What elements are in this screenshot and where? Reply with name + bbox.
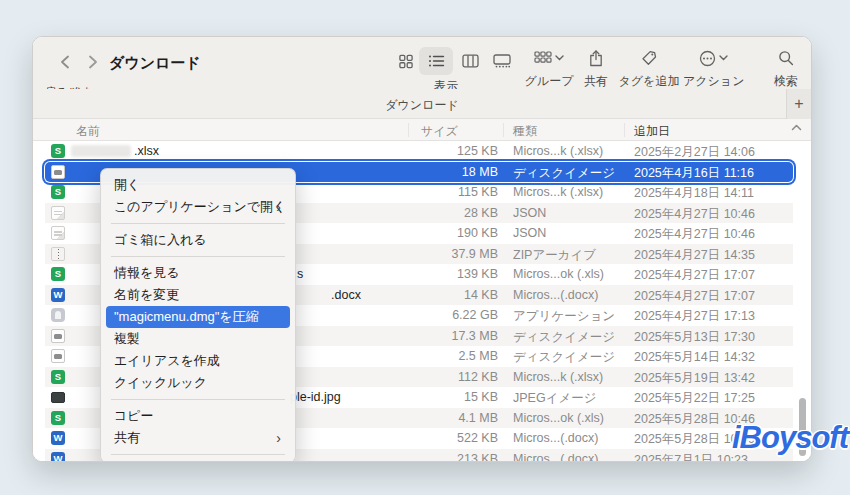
excel-file-icon: S (51, 144, 65, 158)
file-row[interactable]: S.xlsx125 KBMicros...k (.xlsx)2025年2月27日… (45, 141, 793, 162)
file-kind: Micros...k (.xlsx) (513, 144, 603, 158)
sort-ascending-icon[interactable] (791, 124, 802, 131)
file-kind: ディスクイメージ (513, 165, 615, 182)
share-button[interactable]: 共有 (578, 45, 614, 90)
file-kind: JPEGイメージ (513, 390, 597, 407)
menu-item[interactable]: 情報を見る (101, 262, 295, 284)
file-size: 190 KB (375, 226, 498, 240)
word-file-icon: W (51, 288, 65, 302)
file-kind: ディスクイメージ (513, 349, 615, 366)
menu-item[interactable]: ゴミ箱に入れる (101, 229, 295, 251)
file-size: 14 KB (375, 288, 498, 302)
column-header: 名前 サイズ 種類 追加日 (33, 119, 811, 141)
chevron-down-icon (719, 55, 728, 61)
file-kind: JSON (513, 206, 546, 220)
excel-file-icon: S (51, 370, 65, 384)
file-name: .docx (331, 288, 361, 302)
file-size: 6.22 GB (375, 308, 498, 322)
file-kind: JSON (513, 226, 546, 240)
group-label: グループ (520, 73, 578, 90)
json-file-icon (51, 226, 65, 240)
back-icon[interactable] (59, 55, 71, 69)
file-date-added: 2025年4月27日 17:07 (634, 267, 755, 284)
search-button[interactable]: 検索 (766, 45, 806, 90)
file-kind: Micros...k (.xlsx) (513, 185, 603, 199)
file-kind: Micros...ok (.xls) (513, 267, 604, 281)
forward-icon[interactable] (87, 55, 99, 69)
file-date-added: 2025年2月27日 14:06 (634, 144, 755, 161)
menu-item[interactable]: このアプリケーションで開く› (101, 196, 295, 218)
view-gallery-icon[interactable] (485, 47, 519, 75)
context-menu: 開くこのアプリケーションで開く›ゴミ箱に入れる情報を見る名前を変更"magicm… (100, 168, 296, 462)
file-size: 112 KB (375, 370, 498, 384)
file-date-added: 2025年7月1日 10:23 (634, 452, 748, 463)
menu-item[interactable]: クイックルック (101, 372, 295, 394)
action-button[interactable]: アクション (683, 45, 743, 90)
file-size: 115 KB (375, 185, 498, 199)
tag-icon (641, 50, 657, 66)
menu-item[interactable]: 開く (101, 174, 295, 196)
file-date-added: 2025年4月27日 17:07 (634, 288, 755, 305)
file-size: 522 KB (375, 431, 498, 445)
menu-item[interactable]: エイリアスを作成 (101, 350, 295, 372)
menu-item[interactable]: コピー (101, 405, 295, 427)
path-text: ダウンロード (33, 97, 811, 114)
search-icon (778, 50, 794, 66)
word-file-icon: W (51, 431, 65, 445)
file-date-added: 2025年5月13日 17:30 (634, 329, 755, 346)
menu-item[interactable]: 複製 (101, 328, 295, 350)
menu-item[interactable]: 名前を変更 (101, 284, 295, 306)
column-size[interactable]: サイズ (421, 123, 458, 140)
view-list-icon[interactable] (419, 47, 453, 75)
add-tab-button[interactable]: + (786, 89, 811, 119)
submenu-arrow-icon: › (276, 196, 281, 218)
column-kind[interactable]: 種類 (513, 123, 537, 140)
dmg-file-icon (51, 349, 65, 363)
file-size: 213 KB (375, 452, 498, 463)
file-size: 28 KB (375, 206, 498, 220)
file-date-added: 2025年4月18日 14:11 (634, 185, 754, 202)
tag-button[interactable]: タグを追加 (617, 45, 681, 90)
word-file-icon: W (51, 452, 65, 463)
tag-label: タグを追加 (617, 73, 681, 90)
group-icon (534, 51, 552, 65)
file-name: s (297, 267, 303, 281)
jpeg-file-icon (51, 392, 65, 403)
menu-separator (101, 449, 295, 460)
excel-file-icon: S (51, 185, 65, 199)
file-date-added: 2025年5月19日 13:42 (634, 370, 755, 387)
file-date-added: 2025年5月14日 14:32 (634, 349, 755, 366)
path-bar: ダウンロード + (33, 89, 811, 119)
group-button[interactable]: グループ (520, 45, 578, 90)
file-size: 4.1 MB (375, 411, 498, 425)
file-date-added: 2025年4月27日 10:46 (634, 206, 755, 223)
file-date-added: 2025年4月27日 14:35 (634, 247, 755, 264)
view-switcher: 表示 (363, 45, 503, 89)
menu-item[interactable]: "magicmenu.dmg"を圧縮 (106, 306, 290, 328)
file-size: 15 KB (375, 390, 498, 404)
file-kind: Micros...ok (.xls) (513, 411, 604, 425)
excel-file-icon: S (51, 411, 65, 425)
file-date-added: 2025年5月22日 17:25 (634, 390, 755, 407)
column-name[interactable]: 名前 (76, 123, 100, 140)
excel-file-icon: S (51, 267, 65, 281)
view-grid-icon[interactable] (389, 47, 423, 75)
view-columns-icon[interactable] (453, 47, 487, 75)
file-kind: アプリケーション (513, 308, 615, 325)
submenu-arrow-icon: › (276, 427, 281, 449)
file-kind: Micros...(.docx) (513, 288, 598, 302)
file-kind: Micros...(.docx) (513, 452, 598, 463)
action-label: アクション (683, 73, 743, 90)
menu-item[interactable]: 共有› (101, 427, 295, 449)
app-file-icon (51, 308, 65, 322)
file-size: 125 KB (375, 144, 498, 158)
file-size: 18 MB (375, 165, 498, 179)
file-date-added: 2025年4月27日 10:46 (634, 226, 755, 243)
finder-window: 戻る/進む ダウンロード 表示 (32, 36, 812, 462)
share-label: 共有 (578, 73, 614, 90)
column-date-added[interactable]: 追加日 (634, 123, 670, 140)
file-size: 17.3 MB (375, 329, 498, 343)
menu-separator (101, 394, 295, 405)
dmg-file-icon (51, 165, 65, 179)
file-name: .xlsx (134, 144, 159, 158)
